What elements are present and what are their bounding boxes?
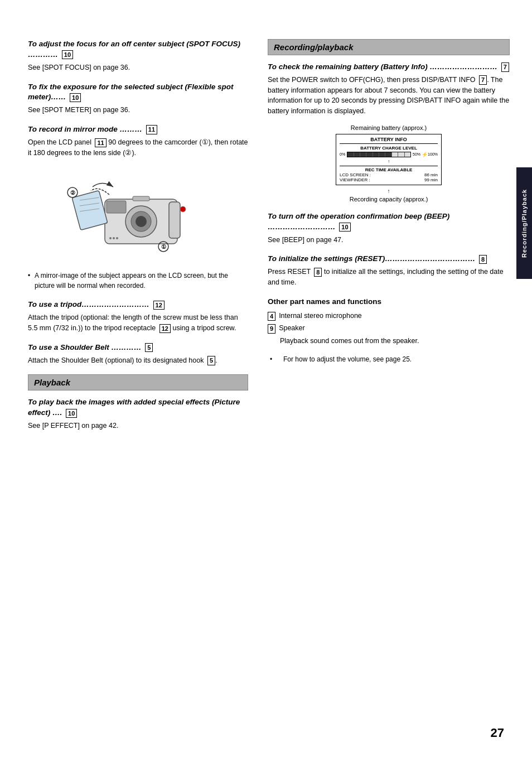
flexible-spot-body: See [SPOT METER] on page 36.: [28, 105, 248, 115]
batt-seg-6: [379, 152, 385, 157]
beep-badge: 10: [339, 223, 350, 232]
battery-diagram: Remaining battery (approx.) BATTERY INFO…: [268, 124, 510, 202]
batt-lcd-value: 86 min: [424, 172, 438, 177]
batt-seg-9: [398, 152, 404, 157]
svg-point-17: [113, 237, 115, 239]
svg-point-16: [109, 237, 112, 239]
battery-info-section: To check the remaining battery (Battery …: [268, 62, 510, 202]
batt-viewfinder-label: VIEWFINDER :: [340, 177, 370, 182]
batt-bar: [347, 152, 411, 157]
inline-badge-5: 5: [207, 356, 215, 365]
batt-level-100: 100%: [428, 152, 438, 156]
svg-rect-12: [133, 196, 149, 201]
batt-level-icon: ⚡: [422, 152, 428, 157]
side-tab: Recording/Playback: [516, 167, 532, 279]
batt-viewfinder-row: VIEWFINDER : 99 min: [340, 177, 438, 182]
batt-down-arrow: ↑: [268, 188, 510, 194]
picture-effect-body: See [P EFFECT] on page 42.: [28, 421, 248, 431]
flexible-spot-badge: 10: [70, 93, 81, 102]
other-parts-list: 4 Internal stereo microphone 9 Speaker P…: [268, 311, 510, 364]
shoulder-belt-body: Attach the Shoulder Belt (optional) to i…: [28, 355, 248, 366]
batt-lcd-row: LCD SCREEN : 86 min: [340, 172, 438, 177]
side-tab-label: Recording/Playback: [521, 189, 528, 257]
beep-section: To turn off the operation confirmation b…: [268, 211, 510, 245]
batt-viewfinder-value: 99 min: [424, 177, 438, 182]
camcorder-illustration: ② ①: [60, 166, 216, 266]
picture-effect-heading: To play back the images with added speci…: [28, 397, 248, 418]
circle-1: ①: [202, 138, 209, 146]
picture-effect-badge: 10: [66, 409, 77, 418]
shoulder-belt-section: To use a Shoulder Belt ………… 5 Attach the…: [28, 343, 248, 366]
svg-point-18: [116, 237, 118, 239]
mic-label: Internal stereo microphone: [279, 311, 362, 321]
svg-point-14: [180, 206, 186, 212]
spot-focus-badge: 10: [62, 50, 73, 59]
svg-rect-13: [169, 202, 180, 238]
reset-body: Press RESET 8 to initialize all the sett…: [268, 267, 510, 288]
batt-seg-7: [385, 152, 391, 157]
batt-level-0: 0%: [340, 152, 345, 156]
batt-seg-8: [392, 152, 398, 157]
mic-badge: 4: [268, 312, 275, 321]
page-container: Recording/Playback To adjust the focus f…: [0, 0, 532, 757]
mirror-mode-badge: 11: [146, 125, 157, 134]
battery-caption-top: Remaining battery (approx.): [268, 124, 510, 131]
reset-heading: To initialize the settings (RESET)…………………: [268, 254, 510, 264]
reset-section: To initialize the settings (RESET)…………………: [268, 254, 510, 287]
other-parts-heading: Other part names and functions: [268, 297, 510, 307]
battery-caption-bottom: Recording capacity (approx.): [268, 196, 510, 202]
speaker-sub-bullet: For how to adjust the volume, see page 2…: [268, 354, 510, 364]
speaker-badge: 9: [268, 324, 275, 334]
tripod-section: To use a tripod……………………… 12 Attach the t…: [28, 300, 248, 333]
batt-lcd-label: LCD SCREEN :: [340, 172, 371, 177]
batt-seg-10: [405, 152, 410, 157]
flexible-spot-section: To fix the exposure for the selected sub…: [28, 82, 248, 116]
speaker-note: Playback sound comes out from the speake…: [268, 336, 510, 346]
tripod-badge: 12: [153, 301, 165, 310]
mic-item: 4 Internal stereo microphone: [268, 311, 510, 321]
mirror-mode-section: To record in mirror mode ……… 11 Open the…: [28, 124, 248, 291]
circle-2: ②: [125, 149, 132, 157]
mirror-mode-bullet: A mirror-image of the subject appears on…: [28, 271, 248, 291]
mirror-mode-heading: To record in mirror mode ……… 11: [28, 124, 248, 135]
reset-badge: 8: [479, 255, 487, 264]
picture-effect-section: To play back the images with added speci…: [28, 397, 248, 431]
spot-focus-body: See [SPOT FOCUS] on page 36.: [28, 62, 248, 73]
battery-info-badge: 7: [501, 62, 509, 71]
svg-text:①: ①: [161, 244, 166, 250]
battery-info-body: Set the POWER switch to OFF(CHG), then p…: [268, 75, 510, 117]
svg-text:②: ②: [70, 190, 75, 196]
inline-badge-7: 7: [479, 75, 487, 84]
tripod-body: Attach the tripod (optional: the length …: [28, 312, 248, 334]
speaker-label: Speaker: [279, 323, 305, 334]
spot-focus-section: To adjust the focus for an off center su…: [28, 39, 248, 73]
left-column: To adjust the focus for an off center su…: [28, 39, 262, 718]
batt-level-row: 0%: [340, 152, 438, 157]
playback-bar: Playback: [28, 374, 248, 390]
svg-point-3: [136, 216, 147, 227]
batt-title: BATTERY INFO: [340, 137, 438, 144]
page-number: 27: [491, 726, 504, 740]
other-parts-section: Other part names and functions 4 Interna…: [268, 297, 510, 364]
batt-charge-label: BATTERY CHARGE LEVEL: [340, 146, 438, 151]
beep-heading: To turn off the operation confirmation b…: [268, 211, 510, 233]
spot-focus-heading: To adjust the focus for an off center su…: [28, 39, 248, 60]
batt-seg-1: [347, 152, 354, 157]
speaker-item: 9 Speaker: [268, 323, 510, 334]
inline-badge-12: 12: [159, 324, 171, 333]
batt-seg-2: [354, 152, 360, 157]
inline-badge-8: 8: [314, 268, 322, 277]
batt-seg-3: [360, 152, 366, 157]
tripod-heading: To use a tripod……………………… 12: [28, 300, 248, 310]
beep-body: See [BEEP] on page 47.: [268, 235, 510, 245]
right-column: Recording/playback To check the remainin…: [262, 39, 510, 718]
batt-level-50: 50%: [413, 152, 420, 156]
mirror-mode-body: Open the LCD panel 11 90 degrees to the …: [28, 137, 248, 158]
batt-rec-section: REC TIME AVAILABLE LCD SCREEN : 86 min V…: [340, 166, 438, 182]
battery-info-box: BATTERY INFO BATTERY CHARGE LEVEL 0%: [336, 134, 442, 185]
inline-badge-11: 11: [95, 138, 106, 147]
batt-arrow: ↑: [340, 159, 438, 164]
batt-rec-label: REC TIME AVAILABLE: [340, 167, 438, 172]
shoulder-belt-badge: 5: [145, 343, 153, 352]
recording-playback-bar: Recording/playback: [268, 39, 510, 55]
